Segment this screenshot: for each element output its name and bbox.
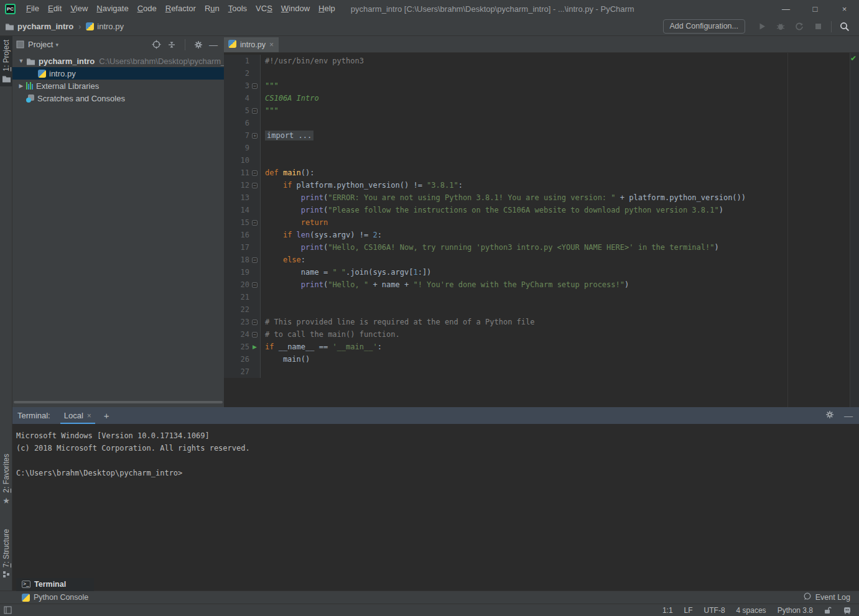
code-line-23[interactable]: 23−# This provided line is required at t… — [224, 316, 850, 328]
menu-edit[interactable]: Edit — [44, 0, 66, 17]
code-line-10[interactable]: 10 — [224, 154, 850, 167]
menu-view[interactable]: View — [66, 0, 92, 17]
code-line-13[interactable]: 13 print("ERROR: You are not using Pytho… — [224, 191, 850, 204]
menu-help[interactable]: Help — [314, 0, 340, 17]
code-line-9[interactable]: 9 — [224, 142, 850, 154]
code-line-24[interactable]: 24−# to call the main() function. — [224, 328, 850, 341]
code-line-6[interactable]: 6 — [224, 117, 850, 129]
code-line-7[interactable]: 7+import ... — [224, 129, 850, 142]
fold-end-icon[interactable]: − — [252, 332, 258, 338]
code-line-3[interactable]: 3−""" — [224, 80, 850, 92]
menu-tools[interactable]: Tools — [224, 0, 251, 17]
menu-vcs[interactable]: VCS — [251, 0, 277, 17]
run-line-icon[interactable]: ▶ — [253, 344, 257, 350]
terminal-settings-gear-icon[interactable] — [825, 410, 834, 421]
inspection-ok-icon[interactable]: ✔ — [850, 54, 857, 63]
menu-navigate[interactable]: Navigate — [92, 0, 132, 17]
new-terminal-session-icon[interactable]: + — [104, 410, 109, 421]
breadcrumb-item[interactable]: intro.py — [97, 22, 124, 31]
fold-region-icon[interactable]: − — [252, 170, 258, 176]
close-button[interactable]: × — [830, 0, 859, 17]
editor-tab-intro-py[interactable]: intro.py × — [224, 37, 279, 52]
code-line-20[interactable]: 20− print("Hello, " + name + "! You're d… — [224, 278, 850, 291]
status-item-python-3-8[interactable]: Python 3.8 — [778, 606, 813, 615]
code-line-25[interactable]: 25▶if __name__ == '__main__': — [224, 341, 850, 353]
status-item-1-1[interactable]: 1:1 — [662, 606, 673, 615]
fold-expand-icon[interactable]: + — [252, 133, 258, 139]
code-line-14[interactable]: 14 print("Please follow the instructions… — [224, 204, 850, 216]
toolwindow-toggle-icon[interactable] — [4, 606, 12, 614]
event-log-button[interactable]: Event Log — [803, 592, 859, 602]
code-line-21[interactable]: 21 — [224, 291, 850, 303]
tool-button-python-console[interactable]: Python Console — [16, 591, 94, 604]
stripe-button-2-favorites[interactable]: 2: Favorites★ — [0, 450, 12, 509]
code-line-11[interactable]: 11−def main(): — [224, 167, 850, 179]
add-configuration-button[interactable]: Add Configuration... — [663, 19, 746, 34]
fold-end-icon[interactable]: − — [252, 282, 258, 288]
fold-region-icon[interactable]: − — [252, 257, 258, 263]
breadcrumb-item[interactable]: pycharm_intro — [17, 22, 73, 31]
terminal-hide-icon[interactable]: — — [844, 411, 853, 421]
debug-icon[interactable] — [773, 20, 789, 34]
coverage-icon[interactable] — [791, 20, 807, 34]
fold-end-icon[interactable]: − — [252, 220, 258, 226]
terminal-output[interactable]: Microsoft Windows [Version 10.0.17134.10… — [12, 424, 859, 591]
run-icon[interactable] — [754, 20, 770, 34]
code-line-5[interactable]: 5−""" — [224, 104, 850, 117]
menu-run[interactable]: Run — [200, 0, 224, 17]
code-line-22[interactable]: 22 — [224, 303, 850, 316]
maximize-button[interactable]: □ — [801, 0, 830, 17]
code-line-1[interactable]: 1#!/usr/bin/env python3 — [224, 55, 850, 67]
hector-icon[interactable] — [843, 606, 852, 614]
menu-window[interactable]: Window — [277, 0, 314, 17]
fold-end-icon[interactable]: − — [252, 108, 258, 114]
code-line-16[interactable]: 16 if len(sys.argv) != 2: — [224, 229, 850, 241]
code-line-15[interactable]: 15− return — [224, 216, 850, 229]
status-item-utf-8[interactable]: UTF-8 — [704, 606, 725, 615]
collapsed-arrow-icon[interactable]: ▶ — [16, 83, 26, 89]
tool-button-terminal[interactable]: >_Terminal — [16, 578, 94, 591]
collapse-all-icon[interactable] — [167, 40, 176, 49]
code-line-12[interactable]: 12− if platform.python_version() != "3.8… — [224, 179, 850, 191]
tree-item-scratches-and-consoles[interactable]: Scratches and Consoles — [12, 92, 224, 104]
gear-icon[interactable] — [194, 40, 203, 49]
code-line-27[interactable]: 27 — [224, 365, 850, 378]
code-line-4[interactable]: 4CS106A Intro — [224, 92, 850, 104]
tree-item-external-libraries[interactable]: ▶External Libraries — [12, 80, 224, 92]
tree-item-intro-py[interactable]: intro.py — [12, 67, 224, 80]
tree-item-path: C:\Users\brahm\Desktop\pycharm_intro — [99, 57, 224, 66]
hide-icon[interactable]: — — [209, 40, 218, 50]
chevron-down-icon[interactable]: ▾ — [55, 42, 58, 48]
status-item-4-spaces[interactable]: 4 spaces — [736, 606, 766, 615]
code-line-18[interactable]: 18− else: — [224, 254, 850, 266]
lock-icon[interactable] — [824, 606, 832, 614]
code-line-19[interactable]: 19 name = " ".join(sys.argv[1:]) — [224, 266, 850, 278]
tab-close-icon[interactable]: × — [269, 40, 274, 49]
stripe-button-1-project[interactable]: 1: Project — [0, 36, 12, 86]
tree-item-pycharm_intro[interactable]: ▼pycharm_introC:\Users\brahm\Desktop\pyc… — [12, 55, 224, 67]
code-line-17[interactable]: 17 print("Hello, CS106A! Now, try runnin… — [224, 241, 850, 254]
menu-file[interactable]: File — [22, 0, 44, 17]
terminal-tab-local[interactable]: Local × — [60, 407, 95, 424]
terminal-tab-close-icon[interactable]: × — [87, 411, 91, 420]
fold-region-icon[interactable]: − — [252, 319, 258, 325]
project-hscrollbar[interactable] — [14, 401, 223, 403]
stop-icon[interactable] — [810, 20, 826, 34]
project-panel-title[interactable]: Project — [28, 40, 53, 49]
stripe-button-7-structure[interactable]: 7: Structure — [0, 525, 12, 582]
editor-scrollbar[interactable]: ✔ — [850, 53, 859, 407]
menu-refactor[interactable]: Refactor — [161, 0, 200, 17]
stripe-label: 2: Favorites — [2, 454, 11, 493]
code-editor[interactable]: 1#!/usr/bin/env python323−"""4CS106A Int… — [224, 53, 859, 407]
locate-icon[interactable] — [152, 40, 161, 49]
fold-region-icon[interactable]: − — [252, 183, 258, 188]
minimize-button[interactable]: — — [771, 0, 801, 17]
terminal-icon: >_ — [22, 581, 30, 588]
menu-code[interactable]: Code — [133, 0, 161, 17]
code-line-26[interactable]: 26 main() — [224, 353, 850, 365]
status-item-lf[interactable]: LF — [684, 606, 693, 615]
search-everywhere-icon[interactable] — [837, 20, 853, 34]
code-line-2[interactable]: 2 — [224, 67, 850, 80]
expanded-arrow-icon[interactable]: ▼ — [16, 58, 26, 64]
fold-region-icon[interactable]: − — [252, 83, 258, 89]
